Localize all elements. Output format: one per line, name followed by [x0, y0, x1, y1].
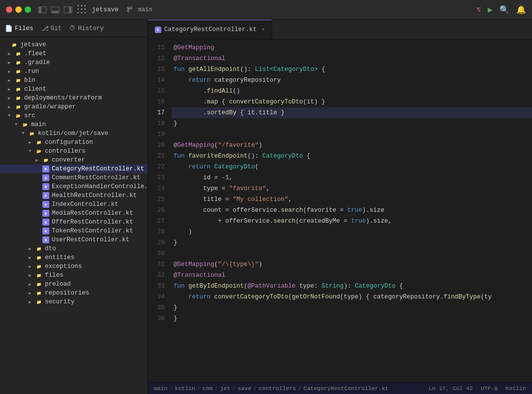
tree-item-categoryrestcontroller[interactable]: K CategoryRestController.kt — [0, 164, 147, 173]
tree-item-dto[interactable]: ▶ 📁 dto — [0, 244, 147, 253]
folder-open-icon: 📂 — [35, 148, 42, 155]
tree-root[interactable]: 📁 jetsave — [0, 40, 147, 49]
svg-point-8 — [130, 7, 132, 9]
tree-item-controllers[interactable]: ▼ 📂 controllers — [0, 147, 147, 156]
folder-icon: 📁 — [15, 68, 22, 75]
collapse-arrow-icon: ▶ — [29, 140, 35, 145]
code-line-20: @GetMapping("/favorite") — [172, 140, 532, 151]
search-icon[interactable]: 🔍 — [499, 5, 509, 15]
kt-file-icon: K — [42, 192, 49, 199]
code-line-31: @GetMapping("/\{type\}") — [172, 259, 532, 270]
broadcast-icon[interactable]: ⌥ — [476, 5, 481, 15]
code-line-19 — [172, 129, 532, 140]
statusbar-info: Ln 17, Col 42 UTF-8 Kotlin — [428, 385, 526, 392]
tree-item-configuration[interactable]: ▶ 📁 configuration — [0, 138, 147, 147]
tree-item-healthrestcontroller[interactable]: K HealthRestController.kt — [0, 191, 147, 200]
tree-item-tokenrestcontroller[interactable]: K TokenRestController.kt — [0, 227, 147, 235]
filetype: Kotlin — [506, 385, 526, 392]
tree-item-commentrestcontroller[interactable]: K CommentRestController.kt — [0, 173, 147, 182]
code-line-23: id = -1, — [172, 172, 532, 183]
sidebar: 📄 Files ⎇ Git ⏱ History 📁 jetsave ▶ � — [0, 20, 148, 394]
tree-item-repositories[interactable]: ▶ 📁 repositories — [0, 289, 147, 297]
tree-item-exceptions[interactable]: ▶ 📁 exceptions — [0, 262, 147, 271]
svg-rect-0 — [39, 7, 41, 13]
folder-open-icon: 📂 — [22, 121, 29, 128]
svg-rect-5 — [70, 7, 71, 13]
tree-item-entities[interactable]: ▶ 📁 entities — [0, 253, 147, 262]
tree-item-run[interactable]: ▶ 📁 .run — [0, 67, 147, 76]
tree-item-converter[interactable]: ▶ 📁 converter — [0, 156, 147, 164]
code-area[interactable]: 1112131415161718192021222324252627282930… — [148, 39, 532, 382]
tree-item-userrestcontroller[interactable]: K UserRestController.kt — [0, 235, 147, 244]
collapse-arrow-icon: ▶ — [8, 51, 15, 57]
tree-item-client[interactable]: ▶ 📁 client — [0, 85, 147, 94]
close-button[interactable] — [6, 6, 12, 13]
line-numbers: 1112131415161718192021222324252627282930… — [148, 39, 170, 382]
titlebar: jetsave main ⌥ ▶ 🔍 🔔 — [0, 0, 532, 20]
kt-file-icon: K — [42, 236, 49, 243]
minimize-button[interactable] — [15, 6, 22, 13]
folder-icon: 📁 — [35, 298, 42, 305]
folder-icon: 📁 — [35, 139, 42, 146]
tree-item-files[interactable]: ▶ 📁 files — [0, 271, 147, 280]
apps-grid-icon[interactable] — [77, 5, 87, 14]
statusbar: main / kotlin / com / jet / save / contr… — [148, 382, 532, 394]
main-layout: 📄 Files ⎇ Git ⏱ History 📁 jetsave ▶ � — [0, 20, 532, 394]
notifications-icon[interactable]: 🔔 — [516, 5, 526, 15]
tree-item-security[interactable]: ▶ 📁 security — [0, 297, 147, 306]
tree-item-kotlin[interactable]: ▼ 📂 kotlin/com/jet/save — [0, 129, 147, 138]
sidebar-tab-git[interactable]: ⎇ Git — [41, 25, 62, 33]
kt-file-icon: K — [42, 210, 49, 217]
collapse-arrow-icon: ▶ — [29, 264, 35, 269]
collapse-arrow-icon: ▶ — [29, 282, 35, 287]
collapse-arrow-icon: ▶ — [8, 69, 15, 74]
tab-close-button[interactable]: × — [262, 27, 265, 33]
tree-item-preload[interactable]: ▶ 📁 preload — [0, 280, 147, 289]
tree-item-offerrestcontroller[interactable]: K OfferRestController.kt — [0, 218, 147, 227]
tree-item-indexcontroller[interactable]: K IndexController.kt — [0, 200, 147, 209]
tree-item-gradle[interactable]: ▶ 📁 .gradle — [0, 58, 147, 67]
tab-categoryrestcontroller[interactable]: K CategoryRestController.kt × — [148, 20, 272, 39]
code-line-29: } — [172, 237, 532, 248]
collapse-arrow-icon: ▶ — [29, 246, 35, 252]
kt-file-icon: K — [42, 201, 49, 208]
code-line-35: } — [172, 302, 532, 313]
kt-file-icon: K — [42, 174, 49, 181]
collapse-arrow-icon: ▶ — [8, 78, 15, 83]
tree-item-deployments[interactable]: ▶ 📁 deployments/terraform — [0, 94, 147, 102]
collapse-arrow-icon: ▶ — [8, 104, 15, 110]
svg-point-7 — [127, 10, 129, 12]
tree-item-bin[interactable]: ▶ 📁 bin — [0, 76, 147, 85]
expand-arrow-icon: ▼ — [29, 149, 35, 154]
sidebar-bottom-icon[interactable] — [51, 6, 60, 13]
sidebar-tab-history[interactable]: ⏱ History — [70, 25, 104, 32]
kt-tab-icon: K — [155, 27, 161, 33]
folder-icon: 📁 — [15, 103, 22, 110]
tree-item-main[interactable]: ▼ 📂 main — [0, 120, 147, 129]
fullscreen-button[interactable] — [25, 6, 31, 13]
folder-icon: 📁 — [35, 245, 42, 252]
svg-rect-1 — [41, 7, 46, 13]
window-controls — [38, 6, 72, 13]
sidebar-right-icon[interactable] — [64, 6, 72, 13]
sidebar-tab-files[interactable]: 📄 Files — [5, 25, 34, 33]
tree-item-fleet[interactable]: ▶ 📁 .fleet — [0, 49, 147, 58]
folder-icon: 📁 — [35, 263, 42, 270]
tree-item-src[interactable]: ▼ 📂 src — [0, 111, 147, 120]
tree-item-exceptionhandler[interactable]: K ExceptionHandlerControlle... — [0, 182, 147, 191]
run-icon[interactable]: ▶ — [488, 5, 493, 15]
project-name: jetsave — [92, 6, 119, 13]
history-icon: ⏱ — [70, 25, 76, 32]
sidebar-left-icon[interactable] — [38, 6, 47, 13]
tree-item-gradlewrapper[interactable]: ▶ 📁 gradle/wrapper — [0, 102, 147, 111]
code-line-25: title = "My collection", — [172, 194, 532, 205]
code-content[interactable]: @GetMapping@Transactionalfun getAllEndpo… — [170, 39, 532, 382]
folder-icon: 📁 — [11, 41, 18, 48]
code-line-24: type = "favorite", — [172, 183, 532, 194]
code-line-30 — [172, 248, 532, 259]
collapse-arrow-icon: ▶ — [35, 158, 42, 163]
tree-item-mediarestcontroller[interactable]: K MediaRestController.kt — [0, 209, 147, 218]
titlebar-actions: ⌥ ▶ 🔍 🔔 — [476, 5, 526, 15]
cursor-position: Ln 17, Col 42 — [428, 385, 473, 392]
folder-icon: 📁 — [15, 50, 22, 57]
